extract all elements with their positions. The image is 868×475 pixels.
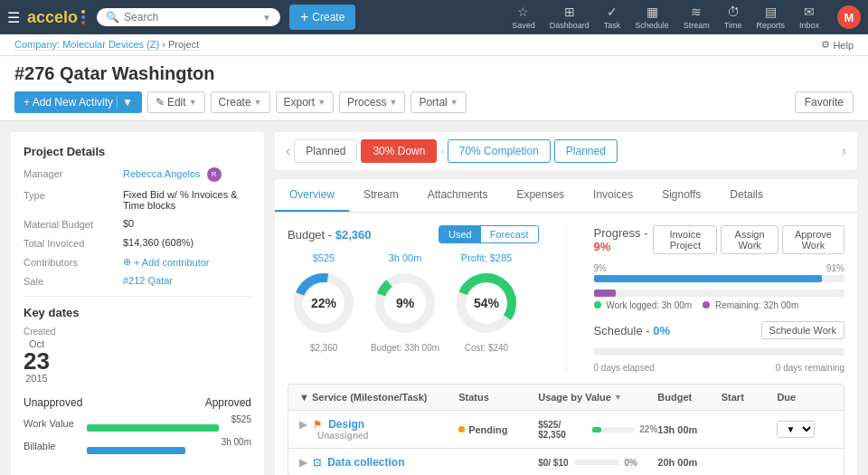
service-name-link-1[interactable]: Data collection: [327, 456, 404, 469]
nav-time[interactable]: ⏱ Time: [724, 5, 742, 30]
nav-reports[interactable]: ▤ Reports: [756, 5, 785, 30]
portal-button[interactable]: Portal ▼: [410, 91, 466, 113]
favorite-button[interactable]: Favorite: [795, 91, 854, 113]
donut-0-chart: 22%: [288, 267, 360, 339]
help-icon: ⚙: [821, 39, 830, 51]
edit-icon: ✎: [156, 96, 165, 109]
progress-actions: Invoice Project Assign Work Approve Work: [653, 225, 844, 254]
contributors-label: Contributors: [24, 256, 123, 268]
edit-button[interactable]: ✎ Edit ▼: [147, 91, 205, 113]
nav-task[interactable]: ✓ Task: [604, 5, 621, 30]
donut-2-label-bottom: Cost: $240: [465, 343, 508, 353]
usage-label-1: $0/ $10: [538, 458, 568, 468]
type-value: Fixed Bid w/ % Invoices & Time blocks: [123, 189, 251, 211]
manager-link[interactable]: Rebecca Angelos: [123, 168, 201, 179]
key-dates-title: Key dates: [24, 306, 251, 319]
billable-label: Billable: [24, 441, 87, 451]
toggle-forecast-btn[interactable]: Forecast: [481, 226, 538, 242]
export-label: Export: [284, 96, 316, 109]
service-name-col-0: ▶ ⚑ Design Unassigned: [299, 418, 458, 441]
page-header: #276 Qatar Washington + Add New Activity…: [0, 56, 868, 121]
bar-approved-label: Approved: [205, 396, 251, 409]
milestone-planned2-btn[interactable]: Planned: [554, 139, 618, 163]
progress-header: Progress - 9% Invoice Project Assign Wor…: [594, 225, 845, 254]
create-label: Create: [312, 11, 344, 24]
progress-bar-inner: [594, 275, 823, 282]
search-dropdown-icon[interactable]: ▼: [262, 13, 271, 23]
service-row-0: ▶ ⚑ Design Unassigned Pending: [288, 411, 844, 449]
inbox-icon: ✉: [804, 5, 815, 19]
service-due-dropdown-0[interactable]: ▼: [777, 421, 815, 438]
service-name-1[interactable]: Data collection: [327, 457, 404, 468]
service-name-link-0[interactable]: Design: [328, 418, 364, 431]
toggle-used-btn[interactable]: Used: [439, 226, 481, 242]
user-avatar[interactable]: M: [837, 5, 861, 29]
donut-item-0: $525 22% $2,360: [288, 252, 360, 353]
budget-section: Budget - $2,360 Used Forecast $525: [288, 225, 539, 373]
sale-label: Sale: [24, 275, 123, 287]
budget-header: Budget - $2,360 Used Forecast: [288, 225, 539, 243]
usage-sort-icon[interactable]: ▼: [614, 393, 622, 402]
milestone-completion-btn[interactable]: 70% Completion: [448, 139, 551, 163]
search-input[interactable]: [124, 11, 259, 24]
logo-text: accelo: [27, 8, 78, 27]
process-button[interactable]: Process ▼: [339, 91, 405, 113]
create-action-button[interactable]: Create ▼: [211, 91, 270, 113]
service-expand-icon-0[interactable]: ▶: [299, 419, 307, 430]
breadcrumb-company[interactable]: Company: Molecular Devices (Z): [14, 39, 159, 50]
usage-bar-outer-1: [574, 460, 619, 465]
schedule-labels: 0 days elapsed 0 days remaining: [594, 363, 845, 373]
usage-bar-outer-0: [592, 427, 634, 432]
add-contributor-link[interactable]: ⊕ + Add contributor: [123, 256, 251, 268]
add-activity-button[interactable]: + Add New Activity ▼: [14, 91, 142, 113]
nav-saved[interactable]: ☆ Saved: [512, 5, 535, 30]
nav-schedule[interactable]: ▦ Schedule: [635, 5, 669, 30]
tab-overview[interactable]: Overview: [275, 179, 349, 212]
service-expand-icon-1[interactable]: ▶: [299, 457, 307, 468]
sidebar-type-row: Type Fixed Bid w/ % Invoices & Time bloc…: [24, 189, 251, 211]
col-budget: Budget: [657, 392, 721, 403]
status-text-0: Pending: [468, 424, 507, 435]
export-dropdown-icon: ▼: [317, 98, 326, 107]
type-label: Type: [24, 189, 123, 211]
schedule-work-btn[interactable]: Schedule Work: [761, 321, 844, 339]
nav-stream[interactable]: ≋ Stream: [684, 5, 710, 30]
service-sub-0: Unassigned: [317, 431, 458, 441]
main-content: Project Details Manager Rebecca Angelos …: [0, 121, 868, 475]
bar-header: Unapproved Approved: [24, 396, 251, 409]
service-table-header: ▼ Service (Milestone/Task) Status Usage …: [288, 384, 844, 411]
tab-stream[interactable]: Stream: [349, 179, 413, 212]
breadcrumb-section: Project: [168, 39, 199, 50]
service-row-1: ▶ ⊡ Data collection $0/ $10: [288, 449, 844, 475]
tab-invoices[interactable]: Invoices: [579, 179, 647, 212]
help-link[interactable]: ⚙ Help: [821, 39, 854, 51]
hamburger-icon[interactable]: ☰: [7, 9, 20, 26]
budget-progress-row: Budget - $2,360 Used Forecast $525: [288, 225, 844, 373]
top-nav: ☰ accelo 🔍 ▼ + Create ☆ Saved ⊞ Dashboar…: [0, 0, 868, 34]
donut-2-label-top: Profit: $285: [461, 252, 512, 263]
export-button[interactable]: Export ▼: [276, 91, 335, 113]
donut-2-chart: 54%: [450, 267, 523, 339]
milestone-prev-icon[interactable]: ‹: [286, 143, 290, 159]
tab-details[interactable]: Details: [715, 179, 778, 212]
approve-work-btn[interactable]: Approve Work: [782, 225, 844, 254]
milestone-down-btn[interactable]: 30% Down: [361, 139, 437, 163]
milestone-next-icon[interactable]: ›: [842, 143, 846, 159]
create-button[interactable]: + Create: [289, 5, 355, 30]
assign-work-btn[interactable]: Assign Work: [721, 225, 778, 254]
milestone-planned-btn[interactable]: Planned: [294, 139, 357, 163]
add-activity-dropdown-icon[interactable]: ▼: [117, 96, 133, 109]
nav-dashboard[interactable]: ⊞ Dashboard: [550, 5, 590, 30]
tab-attachments[interactable]: Attachments: [413, 179, 503, 212]
tab-expenses[interactable]: Expenses: [502, 179, 579, 212]
invoice-project-btn[interactable]: Invoice Project: [653, 225, 717, 254]
service-name-0[interactable]: Design: [328, 419, 364, 430]
nav-inbox[interactable]: ✉ Inbox: [799, 5, 819, 30]
schedule-section: Schedule - 0% Schedule Work 0 days elaps…: [594, 321, 845, 373]
tab-signoffs[interactable]: Signoffs: [647, 179, 715, 212]
logo-dot-1: [81, 10, 85, 14]
schedule-label: Schedule: [635, 21, 669, 30]
donut-charts-row: $525 22% $2,360: [288, 252, 539, 353]
service-col-label: Service (Milestone/Task): [312, 392, 428, 403]
sale-link[interactable]: #212 Qatar: [123, 275, 173, 286]
